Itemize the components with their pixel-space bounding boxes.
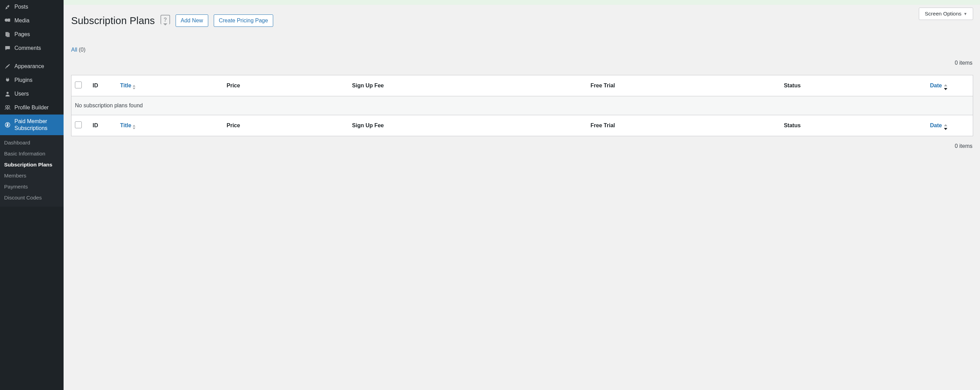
list-filter-subsubsub: All (0) <box>71 47 973 53</box>
submenu-label: Payments <box>4 184 28 190</box>
user-icon <box>4 90 11 98</box>
submenu-item-basic-info[interactable]: Basic Information <box>0 148 64 159</box>
items-count-top: 0 items <box>71 60 973 66</box>
submenu-label: Basic Information <box>4 151 45 157</box>
column-header-free-trial[interactable]: Free Trial <box>591 83 615 88</box>
sidebar-item-label: Appearance <box>14 63 44 70</box>
column-footer-signup-fee[interactable]: Sign Up Fee <box>352 122 384 128</box>
admin-sidebar: Posts Media Pages Comments Appeara <box>0 0 64 390</box>
svg-rect-4 <box>6 33 10 37</box>
sidebar-submenu: Dashboard Basic Information Subscription… <box>0 135 64 207</box>
submenu-label: Subscription Plans <box>4 161 52 168</box>
table-empty-row: No subscription plans found <box>72 96 973 115</box>
profile-builder-icon <box>4 104 11 111</box>
column-header-signup-fee[interactable]: Sign Up Fee <box>352 83 384 88</box>
column-header-price[interactable]: Price <box>227 83 240 88</box>
sidebar-item-plugins[interactable]: Plugins <box>0 73 64 87</box>
add-new-button[interactable]: Add New <box>176 14 208 27</box>
svg-point-7 <box>8 105 10 108</box>
page-title: Subscription Plans <box>71 15 155 27</box>
filter-all-link[interactable]: All <box>71 47 77 53</box>
sidebar-item-profile-builder[interactable]: Profile Builder <box>0 101 64 115</box>
screen-options-button[interactable]: Screen Options ▼ <box>919 8 973 20</box>
brush-icon <box>4 63 11 70</box>
sidebar-item-label: Media <box>14 17 30 24</box>
sidebar-item-label: Profile Builder <box>14 104 49 111</box>
sidebar-separator <box>0 55 64 59</box>
column-header-status[interactable]: Status <box>784 83 801 88</box>
plug-icon <box>4 77 11 83</box>
svg-point-5 <box>6 92 9 94</box>
sidebar-item-label: Posts <box>14 3 28 10</box>
submenu-item-subscription-plans[interactable]: Subscription Plans <box>0 159 64 170</box>
sidebar-item-label: Plugins <box>14 77 32 83</box>
sidebar-item-paid-member-subscriptions[interactable]: Paid Member Subscriptions <box>0 115 64 135</box>
caret-down-icon: ▼ <box>964 12 967 16</box>
sidebar-item-label: Users <box>14 90 29 98</box>
help-icon[interactable]: ? <box>161 15 170 24</box>
column-header-title[interactable]: Title <box>120 83 132 88</box>
submenu-label: Members <box>4 173 27 179</box>
sidebar-item-media[interactable]: Media <box>0 14 64 27</box>
column-footer-id[interactable]: ID <box>93 122 98 128</box>
column-footer-status[interactable]: Status <box>784 122 801 128</box>
submenu-item-payments[interactable]: Payments <box>0 181 64 192</box>
column-footer-free-trial[interactable]: Free Trial <box>591 122 615 128</box>
table-empty-message: No subscription plans found <box>72 96 973 115</box>
submenu-label: Discount Codes <box>4 195 41 200</box>
admin-notice-bar <box>64 0 980 5</box>
select-all-checkbox[interactable] <box>75 121 82 128</box>
svg-rect-1 <box>8 19 10 22</box>
submenu-item-discount-codes[interactable]: Discount Codes <box>0 192 64 203</box>
pushpin-icon <box>4 3 11 10</box>
create-pricing-page-button[interactable]: Create Pricing Page <box>214 14 273 27</box>
column-footer-date[interactable]: Date <box>930 122 942 128</box>
submenu-item-dashboard[interactable]: Dashboard <box>0 137 64 148</box>
media-icon <box>4 17 11 24</box>
items-count-bottom: 0 items <box>71 143 973 149</box>
subscription-plans-table: ID Title Price Sign Up Fee Free Trial St… <box>71 75 973 136</box>
pages-icon <box>4 31 11 38</box>
submenu-label: Dashboard <box>4 140 30 145</box>
sidebar-item-label: Pages <box>14 31 30 38</box>
column-footer-price[interactable]: Price <box>227 122 240 128</box>
comment-icon <box>4 45 11 51</box>
dollar-circle-icon <box>4 121 11 128</box>
column-header-date[interactable]: Date <box>930 83 942 88</box>
select-all-checkbox[interactable] <box>75 82 82 88</box>
column-footer-title[interactable]: Title <box>120 122 132 128</box>
svg-point-6 <box>5 105 8 108</box>
filter-all-count: (0) <box>79 47 86 53</box>
submenu-item-members[interactable]: Members <box>0 170 64 181</box>
sidebar-item-comments[interactable]: Comments <box>0 41 64 55</box>
sidebar-item-users[interactable]: Users <box>0 87 64 101</box>
sidebar-item-label: Paid Member Subscriptions <box>14 118 59 132</box>
sidebar-item-posts[interactable]: Posts <box>0 0 64 14</box>
sidebar-item-appearance[interactable]: Appearance <box>0 59 64 73</box>
sidebar-item-pages[interactable]: Pages <box>0 27 64 41</box>
svg-point-0 <box>5 19 8 22</box>
screen-options-label: Screen Options <box>925 11 961 17</box>
column-header-id[interactable]: ID <box>93 83 98 88</box>
sidebar-item-label: Comments <box>14 45 41 51</box>
